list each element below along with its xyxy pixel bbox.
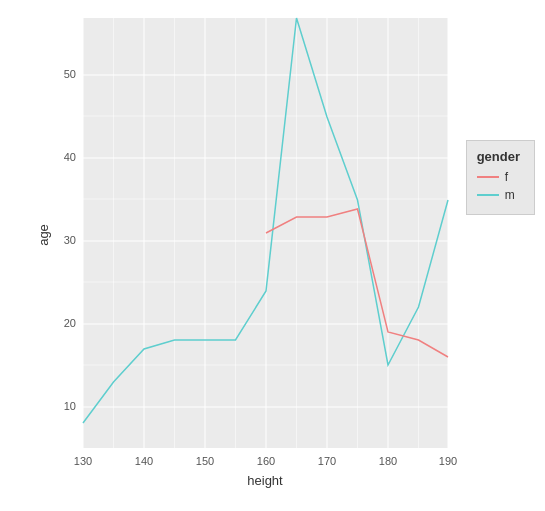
x-tick-160: 160 xyxy=(257,455,275,467)
chart-svg: 130 140 150 160 170 180 190 10 20 30 40 … xyxy=(38,10,498,488)
y-tick-10: 10 xyxy=(64,400,76,412)
y-tick-50: 50 xyxy=(64,68,76,80)
legend-title: gender xyxy=(477,149,520,164)
x-tick-190: 190 xyxy=(439,455,457,467)
y-tick-40: 40 xyxy=(64,151,76,163)
legend-item-f: f xyxy=(477,170,520,184)
chart-container: 130 140 150 160 170 180 190 10 20 30 40 … xyxy=(0,0,545,511)
y-tick-30: 30 xyxy=(64,234,76,246)
legend-line-f xyxy=(477,176,499,178)
legend-label-f: f xyxy=(505,170,508,184)
x-tick-130: 130 xyxy=(74,455,92,467)
y-axis-label: age xyxy=(38,224,51,246)
x-tick-140: 140 xyxy=(135,455,153,467)
legend-item-m: m xyxy=(477,188,520,202)
x-tick-170: 170 xyxy=(318,455,336,467)
legend-label-m: m xyxy=(505,188,515,202)
legend-line-m xyxy=(477,194,499,196)
x-axis-label: height xyxy=(247,473,283,488)
legend: gender f m xyxy=(466,140,535,215)
x-tick-150: 150 xyxy=(196,455,214,467)
y-tick-20: 20 xyxy=(64,317,76,329)
x-tick-180: 180 xyxy=(379,455,397,467)
